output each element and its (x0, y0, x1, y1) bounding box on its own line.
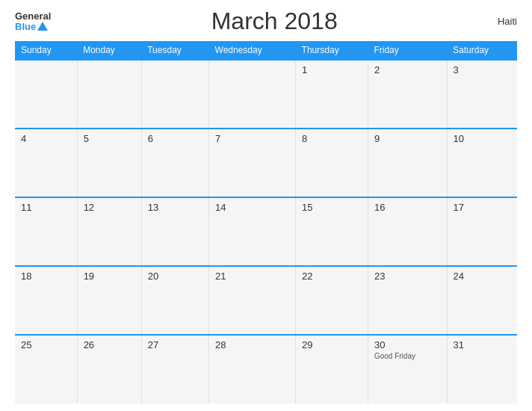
calendar-cell: 26 (77, 335, 141, 404)
calendar-cell: 5 (77, 129, 141, 197)
day-number: 31 (454, 339, 511, 350)
calendar-cell: 14 (209, 197, 296, 266)
day-number: 8 (302, 133, 362, 144)
calendar-cell: 7 (209, 129, 296, 197)
calendar-cell (209, 60, 296, 129)
week-row-3: 11121314151617 (15, 197, 517, 266)
calendar-cell: 17 (447, 197, 517, 266)
calendar-cell: 31 (447, 335, 517, 404)
day-number: 5 (84, 133, 135, 144)
logo-general-text: General (15, 11, 51, 21)
calendar-cell: 9 (368, 129, 447, 197)
day-number: 29 (302, 339, 362, 350)
day-number: 22 (302, 271, 362, 282)
calendar-cell: 11 (15, 197, 77, 266)
calendar-cell: 30Good Friday (368, 335, 447, 404)
day-header-wednesday: Wednesday (209, 41, 296, 60)
calendar-cell: 15 (296, 197, 368, 266)
calendar-cell: 27 (141, 335, 208, 404)
country-label: Haiti (498, 16, 517, 27)
calendar-cell: 22 (296, 266, 368, 335)
day-number: 3 (454, 64, 511, 75)
calendar-cell: 20 (141, 266, 208, 335)
day-number: 30 (374, 339, 441, 350)
calendar-cell: 12 (77, 197, 141, 266)
calendar-cell: 3 (447, 60, 517, 129)
event-label: Good Friday (374, 352, 441, 360)
days-header-row: SundayMondayTuesdayWednesdayThursdayFrid… (15, 41, 517, 60)
day-number: 12 (84, 202, 135, 213)
calendar-cell: 6 (141, 129, 208, 197)
day-number: 17 (454, 202, 511, 213)
calendar-cell: 1 (296, 60, 368, 129)
day-number: 7 (215, 133, 289, 144)
day-number: 21 (215, 271, 289, 282)
calendar-cell: 21 (209, 266, 296, 335)
day-number: 28 (215, 339, 289, 350)
day-number: 15 (302, 202, 362, 213)
calendar-cell: 2 (368, 60, 447, 129)
calendar-cell (15, 60, 77, 129)
calendar-cell: 13 (141, 197, 208, 266)
logo-triangle-icon (37, 22, 48, 31)
day-header-sunday: Sunday (15, 41, 77, 60)
day-number: 10 (454, 133, 511, 144)
logo: General Blue (15, 11, 51, 32)
day-header-saturday: Saturday (447, 41, 517, 60)
day-number: 23 (374, 271, 441, 282)
calendar-cell: 10 (447, 129, 517, 197)
calendar-cell: 18 (15, 266, 77, 335)
calendar-table: SundayMondayTuesdayWednesdayThursdayFrid… (15, 41, 517, 404)
calendar-cell: 16 (368, 197, 447, 266)
week-row-2: 45678910 (15, 129, 517, 197)
week-row-1: 123 (15, 60, 517, 129)
day-number: 26 (84, 339, 135, 350)
day-number: 24 (454, 271, 511, 282)
day-number: 16 (374, 202, 441, 213)
day-number: 20 (148, 271, 202, 282)
day-number: 13 (148, 202, 202, 213)
day-number: 4 (21, 133, 71, 144)
day-number: 19 (84, 271, 135, 282)
day-number: 14 (215, 202, 289, 213)
day-header-friday: Friday (368, 41, 447, 60)
calendar-cell: 29 (296, 335, 368, 404)
calendar-cell: 4 (15, 129, 77, 197)
calendar-cell: 28 (209, 335, 296, 404)
calendar-cell: 24 (447, 266, 517, 335)
day-number: 2 (374, 64, 441, 75)
week-row-4: 18192021222324 (15, 266, 517, 335)
day-header-tuesday: Tuesday (141, 41, 208, 60)
day-header-thursday: Thursday (296, 41, 368, 60)
calendar-cell (77, 60, 141, 129)
calendar-cell (141, 60, 208, 129)
day-number: 27 (148, 339, 202, 350)
logo-blue-text: Blue (15, 21, 48, 32)
day-number: 1 (302, 64, 362, 75)
day-number: 9 (374, 133, 441, 144)
calendar-cell: 23 (368, 266, 447, 335)
day-number: 25 (21, 339, 71, 350)
day-number: 18 (21, 271, 71, 282)
day-header-monday: Monday (77, 41, 141, 60)
calendar-cell: 8 (296, 129, 368, 197)
calendar-title: March 2018 (211, 7, 338, 35)
calendar-header: General Blue March 2018 Haiti (15, 7, 517, 35)
calendar-cell: 25 (15, 335, 77, 404)
calendar-cell: 19 (77, 266, 141, 335)
day-number: 11 (21, 202, 71, 213)
day-number: 6 (148, 133, 202, 144)
week-row-5: 252627282930Good Friday31 (15, 335, 517, 404)
